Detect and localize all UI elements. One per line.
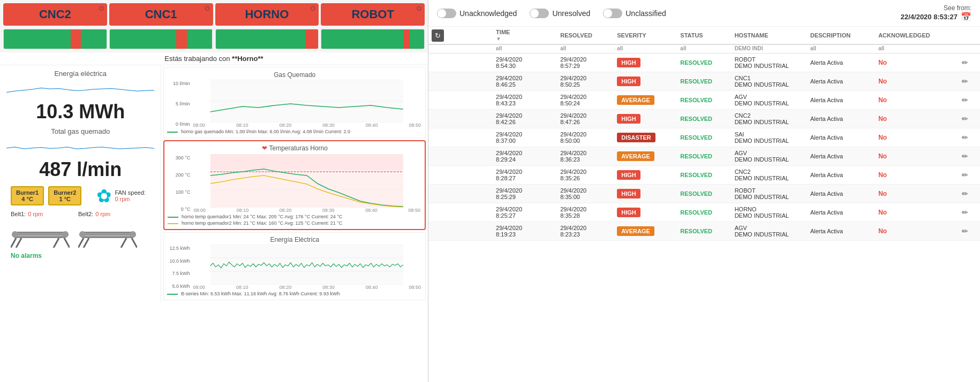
row-description: Alerta Activa bbox=[807, 128, 875, 147]
th-severity: SEVERITY bbox=[614, 27, 677, 44]
row-description: Alerta Activa bbox=[807, 110, 875, 128]
expand-icon: ⬡ bbox=[99, 5, 104, 11]
gas-section: Total gas quemado 487 l/min bbox=[6, 127, 154, 181]
table-row: 29/4/20208:42:26 29/4/20208:47:26 HIGH R… bbox=[428, 110, 980, 128]
row-action[interactable]: ✏ bbox=[958, 185, 980, 203]
row-status: RESOLVED bbox=[677, 128, 731, 147]
svg-line-13 bbox=[84, 238, 89, 248]
right-panel: Unacknowledged Unresolved Unclassified S… bbox=[428, 0, 980, 382]
calendar-icon[interactable]: 📅 bbox=[961, 12, 971, 22]
row-time: 29/4/20208:25:27 bbox=[493, 203, 557, 222]
svg-line-14 bbox=[121, 238, 126, 248]
toggle-unresolved[interactable]: Unresolved bbox=[530, 9, 590, 18]
table-row: 29/4/20208:37:00 29/4/20208:50:00 DISAST… bbox=[428, 128, 980, 147]
alerts-table-container[interactable]: ↻ TIME▼ RESOLVED SEVERITY STATUS HOSTNAM… bbox=[428, 27, 980, 382]
belt1-conveyor bbox=[11, 218, 70, 248]
machine-card-cnc2[interactable]: ⬡ CNC2 bbox=[3, 3, 107, 26]
row-time: 29/4/20208:29:24 bbox=[493, 147, 557, 166]
unclassified-switch[interactable] bbox=[603, 9, 622, 18]
svg-line-3 bbox=[11, 238, 16, 248]
row-time: 29/4/20208:25:29 bbox=[493, 185, 557, 203]
row-resolved: 29/4/20208:35:28 bbox=[557, 203, 614, 222]
row-action[interactable]: ✏ bbox=[958, 54, 980, 72]
machine-card-cnc1[interactable]: ⬡ CNC1 bbox=[109, 3, 213, 26]
toggle-unclassified[interactable]: Unclassified bbox=[603, 9, 666, 18]
row-index bbox=[428, 185, 493, 203]
edit-button[interactable]: ✏ bbox=[961, 226, 969, 236]
machine-card-robot[interactable]: ⬡ ROBOT bbox=[321, 3, 425, 26]
svg-point-17 bbox=[130, 231, 136, 238]
machine-card-horno[interactable]: ⬡ HORNO bbox=[215, 3, 319, 26]
edit-button[interactable]: ✏ bbox=[961, 113, 969, 124]
row-status: RESOLVED bbox=[677, 110, 731, 128]
belt1-label: Belt1: bbox=[11, 211, 26, 217]
row-acknowledged: No bbox=[875, 128, 957, 147]
row-action[interactable]: ✏ bbox=[958, 166, 980, 185]
row-resolved: 29/4/20208:57:29 bbox=[557, 54, 614, 72]
svg-point-16 bbox=[79, 231, 86, 238]
row-hostname: CNC2DEMO INDUSTRIAL bbox=[732, 166, 807, 185]
edit-button[interactable]: ✏ bbox=[961, 151, 969, 162]
svg-line-4 bbox=[16, 238, 21, 248]
row-acknowledged: No bbox=[875, 203, 957, 222]
row-status: RESOLVED bbox=[677, 222, 731, 241]
temp-heart-icon: ❤ bbox=[262, 144, 267, 152]
machine-title-horno: HORNO bbox=[217, 7, 317, 21]
row-action[interactable]: ✏ bbox=[958, 222, 980, 241]
row-action[interactable]: ✏ bbox=[958, 128, 980, 147]
table-row: 29/4/20208:54:30 29/4/20208:57:29 HIGH R… bbox=[428, 54, 980, 72]
working-message: Estás trabajando con **Horno** bbox=[0, 52, 428, 65]
sub-time: all bbox=[493, 44, 557, 54]
edit-button[interactable]: ✏ bbox=[961, 132, 969, 143]
burner2-label: Burner2 bbox=[54, 189, 76, 196]
gas-value: 487 l/min bbox=[6, 158, 154, 181]
burner2-box: Burner2 1 °C bbox=[48, 186, 81, 205]
edit-button[interactable]: ✏ bbox=[961, 207, 969, 218]
energy-title: Energía eléctrica bbox=[6, 70, 154, 78]
fan-info: FAN speed: 0 rpm bbox=[115, 189, 145, 202]
sub-ack: all bbox=[875, 44, 957, 54]
row-time: 29/4/20208:42:26 bbox=[493, 110, 557, 128]
row-action[interactable]: ✏ bbox=[958, 147, 980, 166]
table-row: 29/4/20208:19:23 29/4/20208:23:23 AVERAG… bbox=[428, 222, 980, 241]
row-action[interactable]: ✏ bbox=[958, 72, 980, 91]
unacknowledged-switch[interactable] bbox=[437, 9, 456, 18]
row-time: 29/4/20208:28:27 bbox=[493, 166, 557, 185]
belt2-item: Belt2: 0 rpm bbox=[78, 211, 137, 248]
row-index bbox=[428, 128, 493, 147]
svg-line-5 bbox=[54, 238, 59, 248]
unacknowledged-label: Unacknowledged bbox=[459, 9, 517, 18]
svg-rect-1 bbox=[12, 233, 69, 236]
row-severity: AVERAGE bbox=[614, 91, 677, 110]
row-status: RESOLVED bbox=[677, 72, 731, 91]
edit-button[interactable]: ✏ bbox=[961, 76, 969, 87]
row-action[interactable]: ✏ bbox=[958, 91, 980, 110]
edit-button[interactable]: ✏ bbox=[961, 188, 969, 199]
row-resolved: 29/4/20208:50:25 bbox=[557, 72, 614, 91]
edit-button[interactable]: ✏ bbox=[961, 170, 969, 180]
svg-line-6 bbox=[64, 238, 70, 248]
row-severity: AVERAGE bbox=[614, 222, 677, 241]
svg-rect-23 bbox=[210, 154, 403, 170]
expand-icon: ⬡ bbox=[311, 5, 315, 11]
toggle-unacknowledged[interactable]: Unacknowledged bbox=[437, 9, 517, 18]
energia-chart-box: Energía Eléctrica 12.5 kWh 10.0 kWh 7.5 … bbox=[163, 232, 426, 300]
row-acknowledged: No bbox=[875, 185, 957, 203]
edit-button[interactable]: ✏ bbox=[961, 57, 969, 68]
row-index bbox=[428, 91, 493, 110]
unresolved-switch[interactable] bbox=[530, 9, 549, 18]
row-severity: AVERAGE bbox=[614, 147, 677, 166]
refresh-button[interactable]: ↻ bbox=[432, 29, 444, 42]
row-time: 29/4/20208:43:23 bbox=[493, 91, 557, 110]
row-severity: HIGH bbox=[614, 72, 677, 91]
row-action[interactable]: ✏ bbox=[958, 110, 980, 128]
row-hostname: SAIDEMO INDUSTRIAL bbox=[732, 128, 807, 147]
table-row: 29/4/20208:43:23 29/4/20208:50:24 AVERAG… bbox=[428, 91, 980, 110]
left-panel: ⬡ CNC2 ⬡ CNC1 ⬡ HORNO ⬡ ROBOT bbox=[0, 0, 428, 382]
row-action[interactable]: ✏ bbox=[958, 203, 980, 222]
table-row: 29/4/20208:28:27 29/4/20208:35:26 HIGH R… bbox=[428, 166, 980, 185]
see-from-label: See from: bbox=[901, 4, 971, 12]
row-time: 29/4/20208:19:23 bbox=[493, 222, 557, 241]
edit-button[interactable]: ✏ bbox=[961, 95, 969, 105]
row-resolved: 29/4/20208:36:23 bbox=[557, 147, 614, 166]
